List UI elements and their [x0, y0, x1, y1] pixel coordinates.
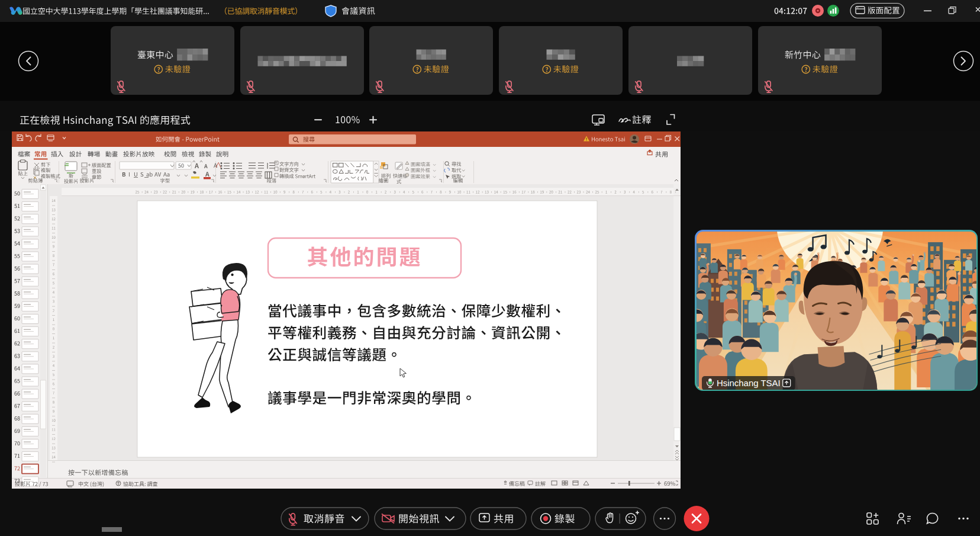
- svg-text:Hsinchang TSAI: Hsinchang TSAI: [716, 378, 780, 388]
